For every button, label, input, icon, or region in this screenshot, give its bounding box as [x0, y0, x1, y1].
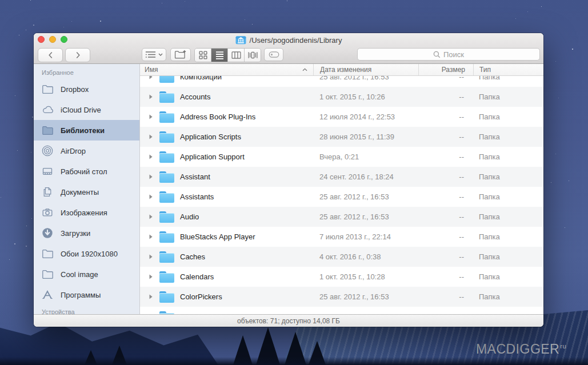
group-by-button[interactable] — [142, 48, 166, 61]
sidebar-item-label: Dropbox — [61, 85, 89, 94]
sidebar-item-label: Программы — [61, 291, 101, 299]
downloads-icon — [42, 227, 57, 239]
file-list-pane: Имя Дата изменения Размер Тип Композиции… — [140, 64, 543, 314]
folder-icon — [159, 231, 174, 243]
view-segmented-control — [194, 48, 261, 62]
table-row[interactable]: Accounts1 окт. 2015 г., 10:26--Папка — [140, 87, 543, 107]
file-list: Композиции25 авг. 2012 г., 16:53--ПапкаA… — [140, 76, 543, 314]
sidebar-item-документы[interactable]: Документы — [34, 182, 139, 202]
disclosure-triangle-icon[interactable] — [149, 134, 153, 139]
table-row[interactable]: Caches4 окт. 2016 г., 0:38--Папка — [140, 247, 543, 267]
disclosure-triangle-icon[interactable] — [149, 274, 153, 279]
title-path: /Users/pogodindenis/Library — [250, 36, 342, 45]
column-header-kind[interactable]: Тип — [473, 64, 543, 75]
back-button[interactable] — [38, 48, 63, 62]
file-name: Caches — [180, 252, 205, 261]
close-button[interactable] — [38, 36, 45, 43]
sidebar-item-обои-1920x1080[interactable]: Обои 1920x1080 — [34, 243, 139, 264]
file-kind: Папка — [473, 232, 543, 241]
table-row[interactable]: Композиции25 авг. 2012 г., 16:53--Папка — [140, 76, 543, 87]
table-row[interactable]: Audio25 авг. 2012 г., 16:53--Папка — [140, 207, 543, 227]
disclosure-triangle-icon[interactable] — [149, 94, 153, 99]
disclosure-triangle-icon[interactable] — [149, 234, 153, 239]
cloud-icon — [42, 105, 57, 114]
disclosure-triangle-icon[interactable] — [149, 214, 153, 219]
file-date: 25 авг. 2012 г., 16:53 — [313, 212, 418, 221]
disclosure-triangle-icon[interactable] — [149, 254, 153, 259]
table-row[interactable]: Application Scripts28 июня 2015 г., 11:3… — [140, 127, 543, 147]
column-header-name[interactable]: Имя — [140, 64, 313, 75]
applications-icon — [42, 289, 57, 300]
column-header-row: Имя Дата изменения Размер Тип — [140, 64, 543, 76]
table-row[interactable] — [140, 307, 543, 314]
finder-window: /Users/pogodindenis/Library Поиск — [34, 33, 543, 327]
library-folder-icon — [235, 35, 246, 45]
sidebar-item-изображения[interactable]: Изображения — [34, 202, 139, 223]
file-date: 1 окт. 2015 г., 10:26 — [313, 93, 418, 101]
folder-icon — [42, 84, 57, 94]
new-folder-button[interactable] — [170, 48, 191, 61]
view-coverflow-icon — [247, 51, 258, 59]
traffic-lights — [38, 36, 67, 43]
chevron-down-icon — [158, 53, 163, 56]
table-row[interactable]: Address Book Plug-Ins12 июля 2014 г., 22… — [140, 107, 543, 127]
sidebar-item-библиотеки[interactable]: Библиотеки — [34, 120, 139, 141]
sidebar-item-программы[interactable]: Программы — [34, 284, 139, 305]
new-folder-icon — [174, 50, 187, 59]
sidebar-section-devices: Устройства — [34, 307, 75, 314]
sidebar-item-cool-image[interactable]: Cool image — [34, 264, 139, 284]
file-kind: Папка — [473, 153, 543, 161]
file-name: ColorPickers — [180, 292, 222, 301]
file-kind: Папка — [473, 192, 543, 201]
disclosure-triangle-icon[interactable] — [149, 154, 153, 159]
folder-icon — [159, 211, 174, 223]
disclosure-triangle-icon[interactable] — [149, 174, 153, 179]
sidebar-item-загрузки[interactable]: Загрузки — [34, 223, 139, 243]
table-row[interactable]: Application SupportВчера, 0:21--Папка — [140, 147, 543, 167]
title-bar[interactable]: /Users/pogodindenis/Library — [34, 33, 543, 47]
table-row[interactable]: Calendars1 окт. 2015 г., 10:28--Папка — [140, 267, 543, 287]
file-size: -- — [418, 192, 473, 201]
sidebar-item-рабочий-стол[interactable]: Рабочий стол — [34, 161, 139, 182]
status-bar: объектов: 71; доступно 14,08 ГБ — [34, 314, 543, 327]
sidebar-item-dropbox[interactable]: Dropbox — [34, 79, 139, 99]
table-row[interactable]: BlueStacks App Player7 июля 2013 г., 22:… — [140, 227, 543, 247]
view-icons-button[interactable] — [195, 49, 211, 62]
forward-button[interactable] — [65, 48, 90, 62]
file-name: Композиции — [180, 76, 222, 81]
file-date: Вчера, 0:21 — [313, 153, 418, 161]
view-columns-button[interactable] — [228, 49, 245, 62]
file-size: -- — [418, 153, 473, 161]
name-cell: Application Scripts — [140, 131, 313, 143]
zoom-button[interactable] — [61, 36, 67, 43]
table-row[interactable]: ColorPickers25 авг. 2012 г., 16:53--Папк… — [140, 287, 543, 307]
sidebar-item-icloud-drive[interactable]: iCloud Drive — [34, 99, 139, 120]
view-coverflow-button[interactable] — [245, 49, 261, 62]
chevron-left-icon — [48, 51, 53, 59]
pictures-icon — [42, 207, 57, 218]
disclosure-triangle-icon[interactable] — [149, 194, 153, 199]
table-row[interactable]: Assistants25 авг. 2012 г., 16:53--Папка — [140, 187, 543, 207]
file-kind: Папка — [473, 133, 543, 141]
disclosure-triangle-icon[interactable] — [149, 76, 153, 79]
name-cell: Композиции — [140, 76, 313, 83]
documents-icon — [42, 186, 57, 198]
file-kind: Папка — [473, 212, 543, 221]
folder-icon — [159, 171, 174, 183]
column-header-size[interactable]: Размер — [418, 64, 473, 75]
window-title: /Users/pogodindenis/Library — [235, 35, 342, 45]
table-row[interactable]: Assistant24 сент. 2016 г., 18:24--Папка — [140, 167, 543, 187]
sidebar-item-airdrop[interactable]: AirDrop — [34, 141, 139, 161]
file-kind: Папка — [473, 252, 543, 261]
disclosure-triangle-icon[interactable] — [149, 114, 153, 119]
tags-button[interactable] — [264, 48, 283, 61]
column-header-date[interactable]: Дата изменения — [313, 64, 418, 75]
file-name: Accounts — [180, 93, 210, 101]
file-size: -- — [418, 173, 473, 181]
minimize-button[interactable] — [49, 36, 56, 43]
file-kind: Папка — [473, 93, 543, 101]
disclosure-triangle-icon[interactable] — [149, 294, 153, 299]
view-list-button[interactable] — [211, 49, 228, 62]
file-kind: Папка — [473, 113, 543, 121]
search-input[interactable]: Поиск — [357, 48, 540, 61]
